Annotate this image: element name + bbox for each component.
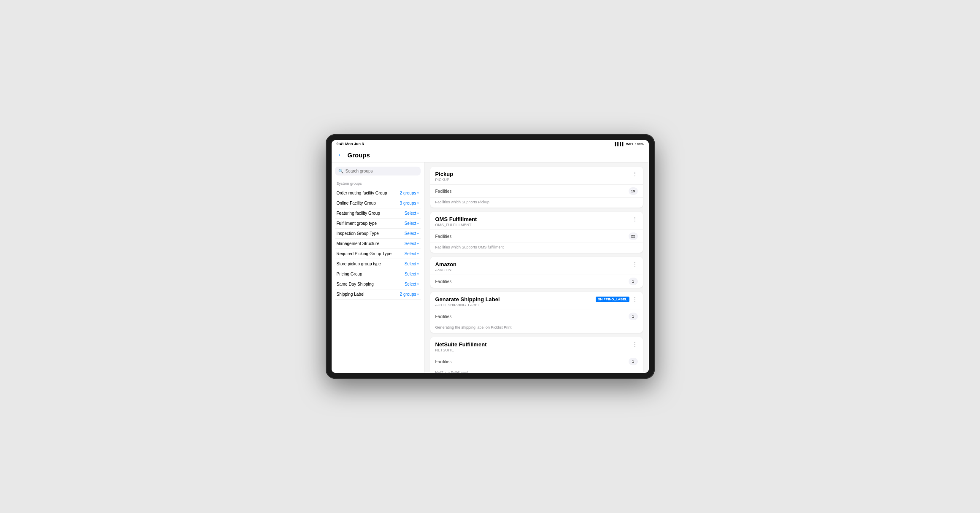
chevron-down-icon: ▾ bbox=[417, 242, 419, 246]
sidebar-item-order-routing[interactable]: Order routing facility Group 2 groups ▾ bbox=[335, 188, 421, 198]
sidebar-item-shipping-label[interactable]: Shipping Label 2 groups ▾ bbox=[335, 289, 421, 300]
sidebar-item-label: Featuring facility Group bbox=[337, 211, 380, 216]
sidebar-item-inspection-group[interactable]: Inspection Group Type Select ▾ bbox=[335, 229, 421, 239]
sidebar-item-value: Select ▾ bbox=[405, 251, 419, 256]
group-description: Generating the shipping label on Picklis… bbox=[430, 323, 643, 333]
signal-icon: ▌▌▌▌ bbox=[615, 142, 625, 146]
chevron-down-icon: ▾ bbox=[417, 192, 419, 195]
status-icons: ▌▌▌▌ WiFi 100% bbox=[615, 142, 644, 146]
group-description: Facilities which Supports OMS fulfillmen… bbox=[430, 243, 643, 253]
back-button[interactable]: ← bbox=[337, 151, 344, 159]
battery-icon: 100% bbox=[635, 142, 643, 146]
group-header: Pickup PICKUP ⋮ bbox=[430, 167, 643, 184]
facilities-label: Facilities bbox=[435, 314, 452, 319]
facilities-count: 22 bbox=[629, 232, 638, 240]
group-card-oms-fulfillment: OMS Fulfillment OMS_FULFILLMENT ⋮ Facili… bbox=[430, 212, 643, 253]
group-title: Amazon bbox=[435, 261, 457, 267]
content-area: Pickup PICKUP ⋮ Facilities 19 Facilities… bbox=[424, 162, 649, 373]
sidebar-item-label: Same Day Shipping bbox=[337, 282, 374, 286]
facilities-count: 1 bbox=[629, 313, 638, 320]
group-header: Amazon AMAZON ⋮ bbox=[430, 257, 643, 275]
shipping-label-badge: SHIPPING_LABEL bbox=[596, 297, 629, 302]
facilities-label: Facilities bbox=[435, 279, 452, 284]
group-card-pickup: Pickup PICKUP ⋮ Facilities 19 Facilities… bbox=[430, 167, 643, 208]
sidebar-item-same-day-shipping[interactable]: Same Day Shipping Select ▾ bbox=[335, 279, 421, 289]
group-title-block: NetSuite Fulfillment NETSUITE bbox=[435, 341, 487, 352]
group-header: Genarate Shipping Label AUTO_SHIPPING_LA… bbox=[430, 292, 643, 310]
more-options-button[interactable]: ⋮ bbox=[632, 216, 638, 222]
sidebar-item-label: Inspection Group Type bbox=[337, 231, 379, 236]
sidebar-item-value: Select ▾ bbox=[405, 272, 419, 276]
page-title: Groups bbox=[348, 151, 370, 159]
group-card-shipping-label: Genarate Shipping Label AUTO_SHIPPING_LA… bbox=[430, 292, 643, 333]
group-title: OMS Fulfillment bbox=[435, 216, 477, 222]
group-subtitle: AMAZON bbox=[435, 268, 457, 272]
group-facilities-row: Facilities 19 bbox=[430, 184, 643, 197]
group-subtitle: PICKUP bbox=[435, 178, 454, 182]
group-header-right: ⋮ bbox=[632, 216, 638, 222]
sidebar-item-pricing-group[interactable]: Pricing Group Select ▾ bbox=[335, 269, 421, 279]
app-content: ← Groups 🔍 System groups Order routing f… bbox=[332, 148, 649, 373]
sidebar-item-value: Select ▾ bbox=[405, 241, 419, 246]
group-subtitle: OMS_FULFILLMENT bbox=[435, 223, 477, 227]
sidebar-item-value: Select ▾ bbox=[405, 231, 419, 236]
more-options-button[interactable]: ⋮ bbox=[632, 341, 638, 347]
group-header-right: ⋮ bbox=[632, 171, 638, 177]
group-title: NetSuite Fulfillment bbox=[435, 341, 487, 348]
group-header-right: ⋮ bbox=[632, 341, 638, 347]
sidebar-item-label: Online Facility Group bbox=[337, 201, 376, 205]
tablet-screen: 9:41 Mon Jun 3 ▌▌▌▌ WiFi 100% ← Groups 🔍 bbox=[332, 140, 649, 373]
sidebar-item-label: Store pickup group type bbox=[337, 262, 381, 266]
header: ← Groups bbox=[332, 148, 649, 162]
group-header: NetSuite Fulfillment NETSUITE ⋮ bbox=[430, 337, 643, 355]
group-facilities-row: Facilities 1 bbox=[430, 310, 643, 323]
facilities-count: 1 bbox=[629, 278, 638, 285]
sidebar-item-label: Shipping Label bbox=[337, 292, 364, 297]
group-title: Pickup bbox=[435, 171, 454, 177]
sidebar-item-label: Required Picking Group Type bbox=[337, 251, 391, 256]
more-options-button[interactable]: ⋮ bbox=[632, 296, 638, 302]
sidebar-item-store-pickup[interactable]: Store pickup group type Select ▾ bbox=[335, 259, 421, 269]
chevron-down-icon: ▾ bbox=[417, 252, 419, 256]
chevron-down-icon: ▾ bbox=[417, 202, 419, 205]
more-options-button[interactable]: ⋮ bbox=[632, 171, 638, 177]
sidebar-item-required-picking[interactable]: Required Picking Group Type Select ▾ bbox=[335, 249, 421, 259]
main-layout: 🔍 System groups Order routing facility G… bbox=[332, 162, 649, 373]
chevron-down-icon: ▾ bbox=[417, 222, 419, 225]
sidebar-item-value: 2 groups ▾ bbox=[400, 292, 419, 297]
sidebar-item-value: 2 groups ▾ bbox=[400, 191, 419, 195]
group-title-block: Amazon AMAZON bbox=[435, 261, 457, 272]
group-card-amazon: Amazon AMAZON ⋮ Facilities 1 bbox=[430, 257, 643, 288]
status-time: 9:41 Mon Jun 3 bbox=[337, 142, 364, 146]
group-title: Genarate Shipping Label bbox=[435, 296, 500, 302]
tablet-frame: 9:41 Mon Jun 3 ▌▌▌▌ WiFi 100% ← Groups 🔍 bbox=[326, 134, 655, 379]
sidebar-item-online-facility[interactable]: Online Facility Group 3 groups ▾ bbox=[335, 198, 421, 208]
group-facilities-row: Facilities 1 bbox=[430, 275, 643, 288]
sidebar-item-value: Select ▾ bbox=[405, 221, 419, 226]
sidebar: 🔍 System groups Order routing facility G… bbox=[332, 162, 424, 373]
sidebar-item-value: Select ▾ bbox=[405, 262, 419, 266]
group-title-block: OMS Fulfillment OMS_FULFILLMENT bbox=[435, 216, 477, 227]
search-input[interactable] bbox=[346, 169, 417, 173]
group-title-block: Genarate Shipping Label AUTO_SHIPPING_LA… bbox=[435, 296, 500, 307]
sidebar-item-featuring-facility[interactable]: Featuring facility Group Select ▾ bbox=[335, 208, 421, 219]
group-header-right: SHIPPING_LABEL ⋮ bbox=[596, 296, 637, 302]
status-bar: 9:41 Mon Jun 3 ▌▌▌▌ WiFi 100% bbox=[332, 140, 649, 148]
sidebar-item-label: Fulfillment group type bbox=[337, 221, 377, 226]
sidebar-item-value: 3 groups ▾ bbox=[400, 201, 419, 205]
sidebar-item-fulfillment-group[interactable]: Fulfillment group type Select ▾ bbox=[335, 219, 421, 229]
sidebar-item-management-structure[interactable]: Management Structure Select ▾ bbox=[335, 239, 421, 249]
chevron-down-icon: ▾ bbox=[417, 232, 419, 235]
search-box[interactable]: 🔍 bbox=[335, 167, 421, 176]
wifi-icon: WiFi bbox=[626, 142, 633, 146]
group-description: Facilities which Supports Pickup bbox=[430, 197, 643, 208]
facilities-label: Facilities bbox=[435, 234, 452, 239]
more-options-button[interactable]: ⋮ bbox=[632, 261, 638, 267]
facilities-count: 1 bbox=[629, 358, 638, 365]
group-header: OMS Fulfillment OMS_FULFILLMENT ⋮ bbox=[430, 212, 643, 230]
chevron-down-icon: ▾ bbox=[417, 262, 419, 266]
group-facilities-row: Facilities 1 bbox=[430, 355, 643, 368]
group-facilities-row: Facilities 22 bbox=[430, 230, 643, 243]
facilities-label: Facilities bbox=[435, 189, 452, 194]
facilities-count: 19 bbox=[629, 187, 638, 195]
